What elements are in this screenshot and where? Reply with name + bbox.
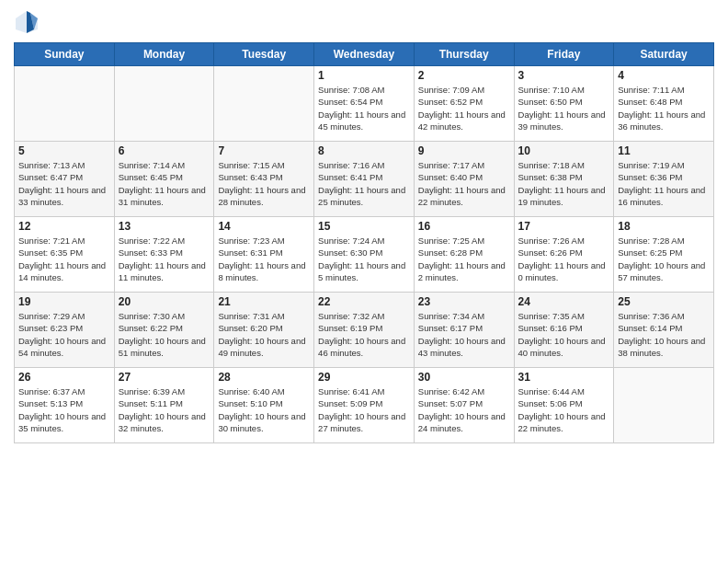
day-number: 21 <box>218 295 310 308</box>
calendar-table: SundayMondayTuesdayWednesdayThursdayFrid… <box>14 42 714 443</box>
page: SundayMondayTuesdayWednesdayThursdayFrid… <box>0 0 728 563</box>
day-number: 16 <box>418 220 510 233</box>
day-info: Sunrise: 7:15 AM Sunset: 6:43 PM Dayligh… <box>218 159 310 208</box>
day-info: Sunrise: 7:35 AM Sunset: 6:16 PM Dayligh… <box>518 310 610 359</box>
weekday-header-thursday: Thursday <box>414 43 514 66</box>
calendar-cell: 7Sunrise: 7:15 AM Sunset: 6:43 PM Daylig… <box>214 142 314 217</box>
calendar-week-3: 12Sunrise: 7:21 AM Sunset: 6:35 PM Dayli… <box>15 217 714 293</box>
day-number: 24 <box>518 295 610 308</box>
day-number: 8 <box>318 144 410 157</box>
weekday-header-wednesday: Wednesday <box>314 43 415 66</box>
calendar-cell: 31Sunrise: 6:44 AM Sunset: 5:06 PM Dayli… <box>514 368 614 443</box>
weekday-header-monday: Monday <box>114 43 214 66</box>
day-number: 4 <box>618 69 710 82</box>
day-number: 11 <box>618 144 710 157</box>
day-info: Sunrise: 6:44 AM Sunset: 5:06 PM Dayligh… <box>518 385 610 434</box>
day-info: Sunrise: 7:25 AM Sunset: 6:28 PM Dayligh… <box>418 235 510 283</box>
day-info: Sunrise: 7:13 AM Sunset: 6:47 PM Dayligh… <box>18 159 110 208</box>
day-number: 14 <box>218 220 310 233</box>
day-info: Sunrise: 7:36 AM Sunset: 6:14 PM Dayligh… <box>618 310 710 359</box>
day-number: 25 <box>618 295 710 308</box>
calendar-cell <box>15 66 115 142</box>
calendar-cell: 18Sunrise: 7:28 AM Sunset: 6:25 PM Dayli… <box>614 217 714 293</box>
day-number: 13 <box>119 220 210 233</box>
day-info: Sunrise: 7:30 AM Sunset: 6:22 PM Dayligh… <box>119 310 210 359</box>
day-info: Sunrise: 6:41 AM Sunset: 5:09 PM Dayligh… <box>318 385 410 434</box>
calendar-cell: 5Sunrise: 7:13 AM Sunset: 6:47 PM Daylig… <box>15 142 115 217</box>
weekday-row: SundayMondayTuesdayWednesdayThursdayFrid… <box>15 43 714 66</box>
calendar-cell: 21Sunrise: 7:31 AM Sunset: 6:20 PM Dayli… <box>214 293 314 368</box>
weekday-header-sunday: Sunday <box>15 43 115 66</box>
calendar-cell: 1Sunrise: 7:08 AM Sunset: 6:54 PM Daylig… <box>314 66 415 142</box>
calendar-cell: 11Sunrise: 7:19 AM Sunset: 6:36 PM Dayli… <box>614 142 714 217</box>
day-info: Sunrise: 7:28 AM Sunset: 6:25 PM Dayligh… <box>618 235 710 283</box>
calendar-cell: 28Sunrise: 6:40 AM Sunset: 5:10 PM Dayli… <box>214 368 314 443</box>
calendar-cell: 29Sunrise: 6:41 AM Sunset: 5:09 PM Dayli… <box>314 368 415 443</box>
day-number: 5 <box>18 144 110 157</box>
day-info: Sunrise: 7:14 AM Sunset: 6:45 PM Dayligh… <box>119 159 210 208</box>
day-number: 10 <box>518 144 610 157</box>
day-number: 28 <box>218 371 310 384</box>
day-number: 30 <box>418 371 510 384</box>
day-info: Sunrise: 6:40 AM Sunset: 5:10 PM Dayligh… <box>218 385 310 434</box>
calendar-cell <box>114 66 214 142</box>
calendar-cell: 22Sunrise: 7:32 AM Sunset: 6:19 PM Dayli… <box>314 293 415 368</box>
calendar-cell: 2Sunrise: 7:09 AM Sunset: 6:52 PM Daylig… <box>414 66 514 142</box>
calendar-cell: 4Sunrise: 7:11 AM Sunset: 6:48 PM Daylig… <box>614 66 714 142</box>
day-number: 18 <box>618 220 710 233</box>
calendar-week-5: 26Sunrise: 6:37 AM Sunset: 5:13 PM Dayli… <box>15 368 714 443</box>
day-number: 7 <box>218 144 310 157</box>
logo <box>14 9 43 35</box>
day-info: Sunrise: 7:32 AM Sunset: 6:19 PM Dayligh… <box>318 310 410 359</box>
day-info: Sunrise: 7:34 AM Sunset: 6:17 PM Dayligh… <box>418 310 510 359</box>
day-number: 26 <box>18 371 110 384</box>
day-info: Sunrise: 6:42 AM Sunset: 5:07 PM Dayligh… <box>418 385 510 434</box>
calendar-cell: 25Sunrise: 7:36 AM Sunset: 6:14 PM Dayli… <box>614 293 714 368</box>
calendar-week-2: 5Sunrise: 7:13 AM Sunset: 6:47 PM Daylig… <box>15 142 714 217</box>
day-number: 6 <box>119 144 210 157</box>
day-info: Sunrise: 7:18 AM Sunset: 6:38 PM Dayligh… <box>518 159 610 208</box>
calendar-cell: 24Sunrise: 7:35 AM Sunset: 6:16 PM Dayli… <box>514 293 614 368</box>
calendar-week-1: 1Sunrise: 7:08 AM Sunset: 6:54 PM Daylig… <box>15 66 714 142</box>
calendar-cell: 12Sunrise: 7:21 AM Sunset: 6:35 PM Dayli… <box>15 217 115 293</box>
calendar-cell: 27Sunrise: 6:39 AM Sunset: 5:11 PM Dayli… <box>114 368 214 443</box>
day-number: 29 <box>318 371 410 384</box>
day-number: 12 <box>18 220 110 233</box>
day-info: Sunrise: 6:37 AM Sunset: 5:13 PM Dayligh… <box>18 385 110 434</box>
day-info: Sunrise: 7:29 AM Sunset: 6:23 PM Dayligh… <box>18 310 110 359</box>
day-number: 17 <box>518 220 610 233</box>
day-info: Sunrise: 7:16 AM Sunset: 6:41 PM Dayligh… <box>318 159 410 208</box>
day-info: Sunrise: 7:21 AM Sunset: 6:35 PM Dayligh… <box>18 235 110 283</box>
weekday-header-friday: Friday <box>514 43 614 66</box>
calendar-cell: 14Sunrise: 7:23 AM Sunset: 6:31 PM Dayli… <box>214 217 314 293</box>
day-number: 23 <box>418 295 510 308</box>
calendar-cell: 20Sunrise: 7:30 AM Sunset: 6:22 PM Dayli… <box>114 293 214 368</box>
calendar-cell: 17Sunrise: 7:26 AM Sunset: 6:26 PM Dayli… <box>514 217 614 293</box>
day-number: 31 <box>518 371 610 384</box>
day-info: Sunrise: 7:19 AM Sunset: 6:36 PM Dayligh… <box>618 159 710 208</box>
day-number: 3 <box>518 69 610 82</box>
day-info: Sunrise: 7:11 AM Sunset: 6:48 PM Dayligh… <box>618 84 710 132</box>
day-info: Sunrise: 7:17 AM Sunset: 6:40 PM Dayligh… <box>418 159 510 208</box>
calendar-header: SundayMondayTuesdayWednesdayThursdayFrid… <box>15 43 714 66</box>
calendar-cell: 19Sunrise: 7:29 AM Sunset: 6:23 PM Dayli… <box>15 293 115 368</box>
day-info: Sunrise: 6:39 AM Sunset: 5:11 PM Dayligh… <box>119 385 210 434</box>
calendar-body: 1Sunrise: 7:08 AM Sunset: 6:54 PM Daylig… <box>15 66 714 443</box>
day-number: 19 <box>18 295 110 308</box>
calendar-cell: 10Sunrise: 7:18 AM Sunset: 6:38 PM Dayli… <box>514 142 614 217</box>
calendar-cell: 15Sunrise: 7:24 AM Sunset: 6:30 PM Dayli… <box>314 217 415 293</box>
calendar-cell: 6Sunrise: 7:14 AM Sunset: 6:45 PM Daylig… <box>114 142 214 217</box>
calendar-cell: 16Sunrise: 7:25 AM Sunset: 6:28 PM Dayli… <box>414 217 514 293</box>
day-number: 1 <box>318 69 410 82</box>
day-number: 22 <box>318 295 410 308</box>
calendar-cell <box>214 66 314 142</box>
calendar-cell: 26Sunrise: 6:37 AM Sunset: 5:13 PM Dayli… <box>15 368 115 443</box>
day-number: 15 <box>318 220 410 233</box>
weekday-header-tuesday: Tuesday <box>214 43 314 66</box>
day-number: 2 <box>418 69 510 82</box>
day-info: Sunrise: 7:24 AM Sunset: 6:30 PM Dayligh… <box>318 235 410 283</box>
day-info: Sunrise: 7:31 AM Sunset: 6:20 PM Dayligh… <box>218 310 310 359</box>
calendar-week-4: 19Sunrise: 7:29 AM Sunset: 6:23 PM Dayli… <box>15 293 714 368</box>
header <box>14 9 714 35</box>
calendar-cell: 9Sunrise: 7:17 AM Sunset: 6:40 PM Daylig… <box>414 142 514 217</box>
